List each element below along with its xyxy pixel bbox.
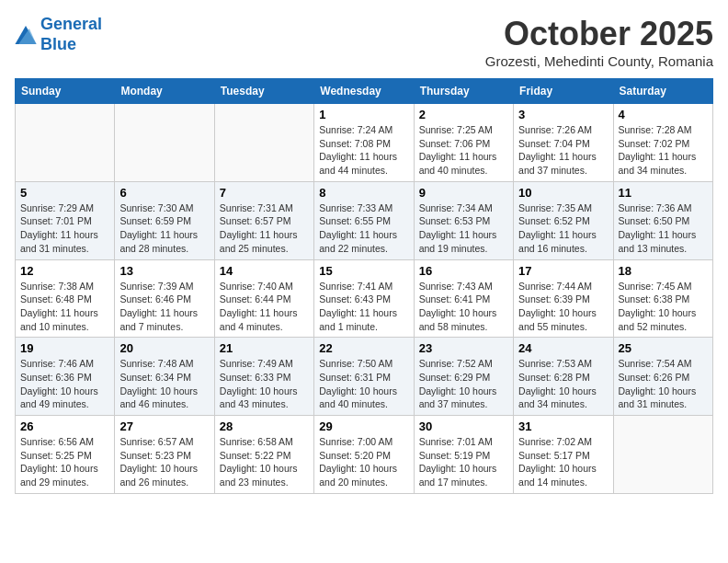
day-number: 24 (518, 341, 608, 355)
day-number: 4 (619, 108, 708, 121)
day-info: Sunrise: 7:24 AM Sunset: 7:08 PM Dayligh… (319, 123, 408, 178)
calendar-cell (214, 104, 313, 182)
calendar-cell: 11Sunrise: 7:36 AM Sunset: 6:50 PM Dayli… (613, 181, 712, 259)
day-info: Sunrise: 7:49 AM Sunset: 6:33 PM Dayligh… (220, 357, 309, 411)
day-info: Sunrise: 6:58 AM Sunset: 5:22 PM Dayligh… (220, 435, 309, 489)
logo: General Blue (15, 15, 102, 54)
logo-icon (15, 26, 37, 44)
calendar-cell: 7Sunrise: 7:31 AM Sunset: 6:57 PM Daylig… (214, 181, 313, 259)
day-info: Sunrise: 7:54 AM Sunset: 6:26 PM Dayligh… (619, 357, 708, 411)
day-info: Sunrise: 7:29 AM Sunset: 7:01 PM Dayligh… (20, 201, 109, 256)
calendar-cell: 30Sunrise: 7:01 AM Sunset: 5:19 PM Dayli… (414, 416, 513, 494)
day-number: 8 (319, 186, 408, 200)
day-info: Sunrise: 7:00 AM Sunset: 5:20 PM Dayligh… (319, 435, 408, 489)
day-info: Sunrise: 7:53 AM Sunset: 6:28 PM Dayligh… (518, 357, 608, 411)
day-info: Sunrise: 7:28 AM Sunset: 7:02 PM Dayligh… (619, 123, 708, 178)
weekday-header-monday: Monday (115, 79, 214, 104)
day-number: 19 (20, 341, 109, 355)
day-info: Sunrise: 7:52 AM Sunset: 6:29 PM Dayligh… (419, 357, 508, 411)
calendar-cell: 29Sunrise: 7:00 AM Sunset: 5:20 PM Dayli… (314, 416, 414, 494)
day-number: 15 (319, 264, 408, 278)
day-info: Sunrise: 7:46 AM Sunset: 6:36 PM Dayligh… (20, 357, 109, 411)
calendar-cell: 9Sunrise: 7:34 AM Sunset: 6:53 PM Daylig… (414, 181, 513, 259)
calendar-cell: 6Sunrise: 7:30 AM Sunset: 6:59 PM Daylig… (115, 181, 214, 259)
day-info: Sunrise: 7:25 AM Sunset: 7:06 PM Dayligh… (419, 123, 508, 178)
day-number: 2 (419, 108, 508, 121)
calendar-week-5: 26Sunrise: 6:56 AM Sunset: 5:25 PM Dayli… (16, 416, 713, 494)
day-number: 23 (419, 341, 508, 355)
day-info: Sunrise: 7:40 AM Sunset: 6:44 PM Dayligh… (220, 280, 309, 334)
calendar-header: SundayMondayTuesdayWednesdayThursdayFrid… (16, 79, 713, 104)
calendar-cell: 4Sunrise: 7:28 AM Sunset: 7:02 PM Daylig… (613, 104, 712, 182)
weekday-header-friday: Friday (514, 79, 613, 104)
calendar-cell: 1Sunrise: 7:24 AM Sunset: 7:08 PM Daylig… (314, 104, 414, 182)
calendar-cell: 24Sunrise: 7:53 AM Sunset: 6:28 PM Dayli… (514, 338, 613, 416)
logo-text-line1: General (40, 15, 102, 35)
calendar-week-1: 1Sunrise: 7:24 AM Sunset: 7:08 PM Daylig… (16, 104, 713, 182)
day-info: Sunrise: 7:36 AM Sunset: 6:50 PM Dayligh… (619, 201, 708, 256)
day-number: 25 (619, 341, 708, 355)
calendar-cell: 26Sunrise: 6:56 AM Sunset: 5:25 PM Dayli… (16, 416, 115, 494)
day-info: Sunrise: 7:39 AM Sunset: 6:46 PM Dayligh… (119, 280, 209, 334)
weekday-header-thursday: Thursday (414, 79, 513, 104)
calendar-cell: 2Sunrise: 7:25 AM Sunset: 7:06 PM Daylig… (414, 104, 513, 182)
day-info: Sunrise: 7:33 AM Sunset: 6:55 PM Dayligh… (319, 201, 408, 256)
day-info: Sunrise: 7:30 AM Sunset: 6:59 PM Dayligh… (119, 201, 209, 256)
day-number: 17 (518, 264, 608, 278)
day-number: 28 (220, 419, 309, 433)
day-info: Sunrise: 7:50 AM Sunset: 6:31 PM Dayligh… (319, 357, 408, 411)
month-title: October 2025 (485, 15, 713, 53)
calendar-cell: 23Sunrise: 7:52 AM Sunset: 6:29 PM Dayli… (414, 338, 513, 416)
calendar-cell (115, 104, 214, 182)
day-number: 9 (419, 186, 508, 200)
day-info: Sunrise: 7:02 AM Sunset: 5:17 PM Dayligh… (518, 435, 608, 489)
calendar-cell: 28Sunrise: 6:58 AM Sunset: 5:22 PM Dayli… (214, 416, 313, 494)
day-info: Sunrise: 7:34 AM Sunset: 6:53 PM Dayligh… (419, 201, 508, 256)
day-info: Sunrise: 7:38 AM Sunset: 6:48 PM Dayligh… (20, 280, 109, 334)
day-info: Sunrise: 7:01 AM Sunset: 5:19 PM Dayligh… (419, 435, 508, 489)
day-number: 27 (119, 419, 209, 433)
day-info: Sunrise: 6:56 AM Sunset: 5:25 PM Dayligh… (20, 435, 109, 489)
page-header: General Blue October 2025 Grozesti, Mehe… (15, 15, 713, 69)
calendar-cell: 5Sunrise: 7:29 AM Sunset: 7:01 PM Daylig… (16, 181, 115, 259)
title-section: October 2025 Grozesti, Mehedinti County,… (485, 15, 713, 69)
calendar-cell: 20Sunrise: 7:48 AM Sunset: 6:34 PM Dayli… (115, 338, 214, 416)
calendar-cell (613, 416, 712, 494)
day-number: 31 (518, 419, 608, 433)
day-number: 14 (220, 264, 309, 278)
day-number: 29 (319, 419, 408, 433)
weekday-header-tuesday: Tuesday (214, 79, 313, 104)
calendar-cell: 10Sunrise: 7:35 AM Sunset: 6:52 PM Dayli… (514, 181, 613, 259)
calendar-cell: 14Sunrise: 7:40 AM Sunset: 6:44 PM Dayli… (214, 259, 313, 338)
day-number: 10 (518, 186, 608, 200)
day-info: Sunrise: 7:41 AM Sunset: 6:43 PM Dayligh… (319, 280, 408, 334)
calendar-cell: 19Sunrise: 7:46 AM Sunset: 6:36 PM Dayli… (16, 338, 115, 416)
day-number: 1 (319, 108, 408, 121)
day-number: 20 (119, 341, 209, 355)
calendar-cell: 3Sunrise: 7:26 AM Sunset: 7:04 PM Daylig… (514, 104, 613, 182)
day-number: 18 (619, 264, 708, 278)
calendar-cell: 27Sunrise: 6:57 AM Sunset: 5:23 PM Dayli… (115, 416, 214, 494)
day-number: 21 (220, 341, 309, 355)
day-info: Sunrise: 7:44 AM Sunset: 6:39 PM Dayligh… (518, 280, 608, 334)
calendar-table: SundayMondayTuesdayWednesdayThursdayFrid… (15, 78, 713, 494)
day-info: Sunrise: 7:48 AM Sunset: 6:34 PM Dayligh… (119, 357, 209, 411)
calendar-cell: 21Sunrise: 7:49 AM Sunset: 6:33 PM Dayli… (214, 338, 313, 416)
day-number: 12 (20, 264, 109, 278)
day-info: Sunrise: 7:45 AM Sunset: 6:38 PM Dayligh… (619, 280, 708, 334)
weekday-header-sunday: Sunday (16, 79, 115, 104)
weekday-header-saturday: Saturday (613, 79, 712, 104)
calendar-cell: 18Sunrise: 7:45 AM Sunset: 6:38 PM Dayli… (613, 259, 712, 338)
day-info: Sunrise: 7:26 AM Sunset: 7:04 PM Dayligh… (518, 123, 608, 178)
day-number: 30 (419, 419, 508, 433)
calendar-week-3: 12Sunrise: 7:38 AM Sunset: 6:48 PM Dayli… (16, 259, 713, 338)
calendar-body: 1Sunrise: 7:24 AM Sunset: 7:08 PM Daylig… (16, 104, 713, 494)
day-number: 3 (518, 108, 608, 121)
day-number: 7 (220, 186, 309, 200)
logo-text-line2: Blue (40, 35, 102, 55)
day-number: 11 (619, 186, 708, 200)
day-info: Sunrise: 7:43 AM Sunset: 6:41 PM Dayligh… (419, 280, 508, 334)
day-number: 22 (319, 341, 408, 355)
calendar-cell: 22Sunrise: 7:50 AM Sunset: 6:31 PM Dayli… (314, 338, 414, 416)
calendar-week-4: 19Sunrise: 7:46 AM Sunset: 6:36 PM Dayli… (16, 338, 713, 416)
